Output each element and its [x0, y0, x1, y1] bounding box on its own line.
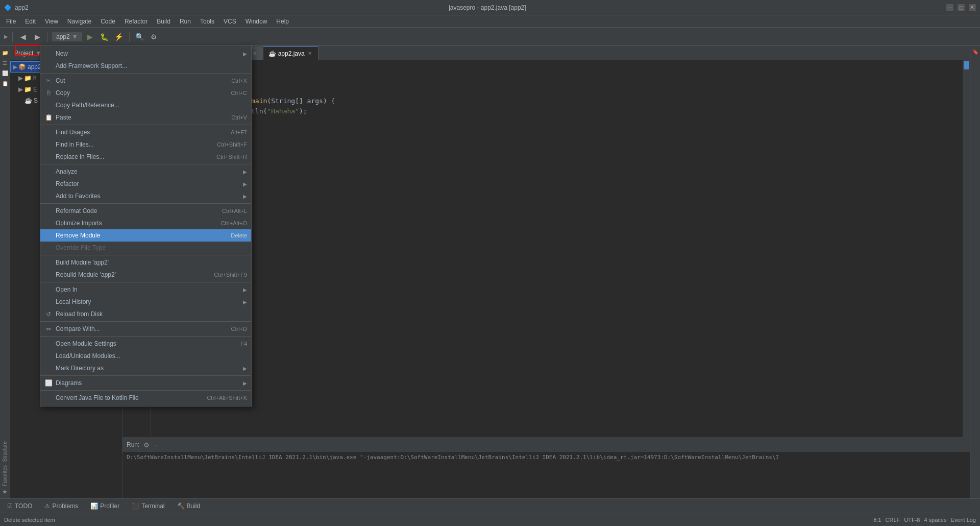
code-content[interactable]: package itheima.app2; public class app2 … [151, 60, 963, 437]
cm-item-findinfiles[interactable]: Find in Files... Ctrl+Shift+F [40, 138, 251, 151]
cm-item-comparewith[interactable]: ⇔ Compare With... Ctrl+D [40, 323, 251, 335]
menu-window[interactable]: Window [241, 17, 272, 26]
cm-icon-optimize [44, 219, 53, 227]
cm-icon-favorites [44, 192, 53, 200]
cm-item-paste[interactable]: 📋 Paste Ctrl+V [40, 111, 251, 124]
menu-view[interactable]: View [41, 17, 62, 26]
cm-label-openin: Open In [56, 286, 78, 293]
toolbar-sep-3 [129, 32, 130, 42]
cm-label-reloadfromdisk: Reload from Disk [56, 310, 103, 318]
cm-item-framework[interactable]: Add Framework Support... [40, 60, 251, 72]
maximize-button[interactable]: □ [958, 4, 965, 11]
scissors-icon: ✂ [44, 77, 53, 85]
run-config-selector[interactable]: app2 ▼ [52, 32, 82, 41]
menu-build[interactable]: Build [153, 17, 175, 26]
run-panel-settings[interactable]: ⚙ [143, 441, 150, 449]
cm-item-cut[interactable]: ✂ Cut Ctrl+X [40, 75, 251, 87]
profiler-icon: 📊 [90, 503, 98, 510]
cm-item-removemodule[interactable]: Remove Module Delete [40, 229, 251, 242]
left-icon-favorites[interactable]: Favorites [2, 463, 8, 486]
cm-item-copypath[interactable]: Copy Path/Reference... [40, 99, 251, 111]
status-indent[interactable]: 4 spaces [924, 517, 946, 523]
cm-item-rebuildmodule[interactable]: Rebuild Module 'app2' Ctrl+Shift+F9 [40, 269, 251, 281]
editor-right-gutter [963, 60, 970, 437]
left-sidebar-icons: 📁 ☰ ⬜ 📋 Structure Favorites ★ [0, 46, 10, 498]
cm-item-reformat-left: Reformat Code [44, 207, 97, 215]
tab-close-speedkey[interactable]: ✕ [252, 50, 258, 56]
cm-item-optimize[interactable]: Optimize Imports Ctrl+Alt+O [40, 217, 251, 229]
debug-button[interactable]: 🐛 [99, 31, 111, 43]
cm-item-replaceinfiles-left: Replace in Files... [44, 153, 104, 161]
menu-refactor[interactable]: Refactor [120, 17, 152, 26]
cm-item-findusages[interactable]: Find Usages Alt+F7 [40, 126, 251, 138]
run-button[interactable]: ▶ [84, 31, 96, 43]
cm-item-modulesettings[interactable]: Open Module Settings F4 [40, 338, 251, 350]
cm-item-copypath-left: Copy Path/Reference... [44, 101, 119, 109]
cm-item-analyze[interactable]: Analyze ▶ [40, 165, 251, 178]
right-icon-1[interactable]: 🔖 [971, 47, 980, 56]
left-icon-star[interactable]: ★ [1, 487, 10, 496]
context-menu: New ▶ Add Framework Support... ✂ Cut Ctr… [40, 45, 252, 407]
status-encoding[interactable]: UTF-8 [904, 517, 920, 523]
coverage-button[interactable]: ⚡ [113, 31, 125, 43]
tab-close-app2[interactable]: ✕ [307, 51, 313, 57]
cm-item-diagrams[interactable]: ⬜ Diagrams ▶ [40, 377, 251, 389]
todo-icon: ☑ [7, 503, 13, 510]
bottom-tab-profiler[interactable]: 📊 Profiler [87, 501, 122, 511]
toolbar-back-button[interactable]: ◀ [17, 31, 29, 43]
left-icon-4[interactable]: 📋 [1, 79, 10, 88]
tree-arrow-h: ▶ [18, 75, 23, 82]
bottom-tab-todo[interactable]: ☑ TODO [4, 501, 35, 511]
status-line-ending[interactable]: CRLF [886, 517, 900, 523]
menu-help[interactable]: Help [272, 17, 293, 26]
cm-item-new[interactable]: New ▶ [40, 47, 251, 60]
cm-item-favorites[interactable]: Add to Favorites ▶ [40, 190, 251, 202]
status-position[interactable]: 8:1 [873, 517, 881, 523]
cm-item-markdirectory[interactable]: Mark Directory as ▶ [40, 362, 251, 374]
cm-item-overridefiletype: Override File Type [40, 242, 251, 254]
cm-item-reloadfromdisk[interactable]: ↺ Reload from Disk [40, 308, 251, 320]
menu-navigate[interactable]: Navigate [63, 17, 95, 26]
left-icon-2[interactable]: ☰ [1, 58, 10, 67]
cm-item-copy[interactable]: ⎘ Copy Ctrl+C [40, 87, 251, 99]
menu-vcs[interactable]: VCS [219, 17, 240, 26]
left-icon-3[interactable]: ⬜ [1, 68, 10, 78]
cm-label-cut: Cut [56, 77, 65, 84]
cm-item-loadunload[interactable]: Load/Unload Modules... [40, 350, 251, 362]
menu-code[interactable]: Code [96, 17, 119, 26]
project-label: Project [14, 50, 33, 57]
cm-item-reformat[interactable]: Reformat Code Ctrl+Alt+L [40, 205, 251, 217]
bottom-tab-terminal[interactable]: ⬛ Terminal [129, 501, 167, 511]
cm-icon-findinfiles [44, 140, 53, 149]
cm-item-replaceinfiles[interactable]: Replace in Files... Ctrl+Shift+R [40, 151, 251, 163]
menu-tools[interactable]: Tools [196, 17, 218, 26]
menu-file[interactable]: File [2, 17, 20, 26]
bottom-tab-problems[interactable]: ⚠ Problems [41, 501, 81, 511]
cm-item-buildmodule[interactable]: Build Module 'app2' [40, 256, 251, 269]
cm-item-localhistory[interactable]: Local History ▶ [40, 296, 251, 308]
toolbar-forward-button[interactable]: ▶ [31, 31, 43, 43]
tab-app2[interactable]: ☕ app2.java ✕ [263, 46, 318, 60]
menu-run[interactable]: Run [176, 17, 195, 26]
cm-icon-modulesettings [44, 340, 53, 348]
bottom-tab-build[interactable]: 🔨 Build [174, 501, 204, 511]
left-icon-structure[interactable]: Structure [2, 439, 8, 462]
status-event-log[interactable]: Event Log [950, 517, 976, 523]
cm-item-openin[interactable]: Open In ▶ [40, 283, 251, 296]
toolbar-settings-button[interactable]: ⚙ [148, 31, 160, 43]
cm-item-findusages-left: Find Usages [44, 128, 90, 136]
reload-icon: ↺ [44, 310, 53, 318]
cm-label-favorites: Add to Favorites [56, 193, 100, 200]
cm-label-rebuildmodule: Rebuild Module 'app2' [56, 271, 116, 278]
copy-icon: ⎘ [44, 89, 53, 97]
menu-edit[interactable]: Edit [21, 17, 40, 26]
toolbar-search-button[interactable]: 🔍 [134, 31, 146, 43]
cm-item-convertkotlin[interactable]: Convert Java File to Kotlin File Ctrl+Al… [40, 392, 251, 404]
close-button[interactable]: ✕ [969, 4, 976, 11]
run-panel-minimize[interactable]: − [154, 441, 158, 449]
left-icon-project[interactable]: 📁 [1, 48, 10, 57]
cm-icon-rebuildmodule [44, 271, 53, 279]
cm-item-refactor[interactable]: Refactor ▶ [40, 178, 251, 190]
minimize-button[interactable]: ─ [946, 4, 953, 11]
cm-icon-markdirectory [44, 364, 53, 372]
